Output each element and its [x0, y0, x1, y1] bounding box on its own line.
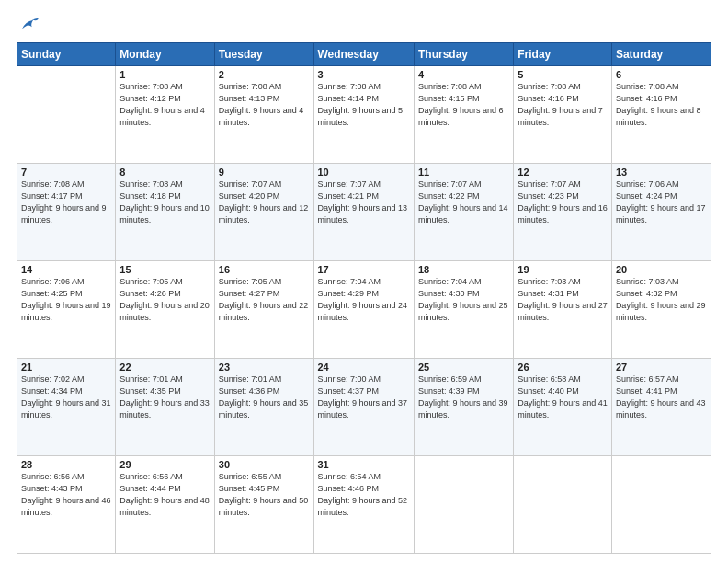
day-number: 26: [518, 362, 608, 373]
day-info: Sunrise: 7:07 AMSunset: 4:21 PMDaylight:…: [318, 178, 410, 226]
day-info: Sunrise: 7:08 AMSunset: 4:15 PMDaylight:…: [418, 81, 509, 129]
day-info: Sunrise: 7:03 AMSunset: 4:31 PMDaylight:…: [518, 276, 608, 324]
calendar-cell: 24Sunrise: 7:00 AMSunset: 4:37 PMDayligh…: [313, 359, 414, 456]
calendar-cell: [514, 456, 612, 554]
day-number: 22: [119, 362, 210, 373]
calendar-week-row: 7Sunrise: 7:08 AMSunset: 4:17 PMDaylight…: [17, 164, 711, 261]
calendar-cell: 4Sunrise: 7:08 AMSunset: 4:15 PMDaylight…: [414, 66, 513, 164]
day-number: 9: [219, 167, 310, 178]
calendar-cell: 1Sunrise: 7:08 AMSunset: 4:12 PMDaylight…: [116, 66, 214, 164]
day-info: Sunrise: 7:03 AMSunset: 4:32 PMDaylight:…: [616, 276, 707, 324]
day-number: 12: [518, 167, 608, 178]
calendar-cell: 15Sunrise: 7:05 AMSunset: 4:26 PMDayligh…: [116, 261, 214, 359]
calendar-cell: [17, 66, 116, 164]
col-header-wednesday: Wednesday: [313, 43, 414, 66]
day-info: Sunrise: 7:05 AMSunset: 4:26 PMDaylight:…: [119, 276, 210, 324]
calendar-cell: 14Sunrise: 7:06 AMSunset: 4:25 PMDayligh…: [17, 261, 116, 359]
calendar-cell: 11Sunrise: 7:07 AMSunset: 4:22 PMDayligh…: [414, 164, 513, 261]
page: SundayMondayTuesdayWednesdayThursdayFrid…: [0, 0, 728, 563]
calendar-cell: 28Sunrise: 6:56 AMSunset: 4:43 PMDayligh…: [17, 456, 116, 554]
day-number: 18: [418, 264, 509, 275]
day-number: 17: [318, 264, 410, 275]
calendar-cell: 20Sunrise: 7:03 AMSunset: 4:32 PMDayligh…: [611, 261, 711, 359]
logo: [17, 15, 39, 35]
day-info: Sunrise: 7:01 AMSunset: 4:36 PMDaylight:…: [219, 373, 310, 421]
calendar-cell: 9Sunrise: 7:07 AMSunset: 4:20 PMDaylight…: [214, 164, 313, 261]
day-number: 27: [616, 362, 707, 373]
calendar-cell: 6Sunrise: 7:08 AMSunset: 4:16 PMDaylight…: [611, 66, 711, 164]
calendar-cell: 23Sunrise: 7:01 AMSunset: 4:36 PMDayligh…: [214, 359, 313, 456]
day-info: Sunrise: 6:57 AMSunset: 4:41 PMDaylight:…: [616, 373, 707, 421]
calendar-cell: 2Sunrise: 7:08 AMSunset: 4:13 PMDaylight…: [214, 66, 313, 164]
day-number: 4: [418, 69, 509, 80]
day-number: 24: [318, 362, 410, 373]
col-header-monday: Monday: [116, 43, 214, 66]
day-number: 13: [616, 167, 707, 178]
day-number: 5: [518, 69, 608, 80]
day-number: 8: [119, 167, 210, 178]
calendar-week-row: 1Sunrise: 7:08 AMSunset: 4:12 PMDaylight…: [17, 66, 711, 164]
calendar-cell: 22Sunrise: 7:01 AMSunset: 4:35 PMDayligh…: [116, 359, 214, 456]
calendar-cell: 30Sunrise: 6:55 AMSunset: 4:45 PMDayligh…: [214, 456, 313, 554]
day-number: 20: [616, 264, 707, 275]
logo-bird-icon: [18, 15, 39, 35]
day-info: Sunrise: 7:07 AMSunset: 4:22 PMDaylight:…: [418, 178, 509, 226]
day-info: Sunrise: 7:06 AMSunset: 4:24 PMDaylight:…: [616, 178, 707, 226]
day-number: 15: [119, 264, 210, 275]
col-header-saturday: Saturday: [611, 43, 711, 66]
day-number: 3: [318, 69, 410, 80]
calendar-header-row: SundayMondayTuesdayWednesdayThursdayFrid…: [17, 43, 711, 66]
calendar-cell: 19Sunrise: 7:03 AMSunset: 4:31 PMDayligh…: [514, 261, 612, 359]
calendar-week-row: 21Sunrise: 7:02 AMSunset: 4:34 PMDayligh…: [17, 359, 711, 456]
day-info: Sunrise: 7:00 AMSunset: 4:37 PMDaylight:…: [318, 373, 410, 421]
day-info: Sunrise: 7:05 AMSunset: 4:27 PMDaylight:…: [219, 276, 310, 324]
day-info: Sunrise: 7:08 AMSunset: 4:12 PMDaylight:…: [119, 81, 210, 129]
day-info: Sunrise: 7:08 AMSunset: 4:14 PMDaylight:…: [318, 81, 410, 129]
day-info: Sunrise: 7:08 AMSunset: 4:16 PMDaylight:…: [518, 81, 608, 129]
calendar-cell: 5Sunrise: 7:08 AMSunset: 4:16 PMDaylight…: [514, 66, 612, 164]
day-number: 14: [21, 264, 111, 275]
header: [17, 15, 711, 35]
day-info: Sunrise: 6:55 AMSunset: 4:45 PMDaylight:…: [219, 471, 310, 519]
calendar-cell: 10Sunrise: 7:07 AMSunset: 4:21 PMDayligh…: [313, 164, 414, 261]
calendar-cell: 25Sunrise: 6:59 AMSunset: 4:39 PMDayligh…: [414, 359, 513, 456]
day-info: Sunrise: 7:08 AMSunset: 4:18 PMDaylight:…: [119, 178, 210, 226]
col-header-tuesday: Tuesday: [214, 43, 313, 66]
day-info: Sunrise: 7:02 AMSunset: 4:34 PMDaylight:…: [21, 373, 111, 421]
calendar-cell: 27Sunrise: 6:57 AMSunset: 4:41 PMDayligh…: [611, 359, 711, 456]
calendar-cell: 13Sunrise: 7:06 AMSunset: 4:24 PMDayligh…: [611, 164, 711, 261]
calendar-cell: 17Sunrise: 7:04 AMSunset: 4:29 PMDayligh…: [313, 261, 414, 359]
calendar-cell: 3Sunrise: 7:08 AMSunset: 4:14 PMDaylight…: [313, 66, 414, 164]
day-info: Sunrise: 7:07 AMSunset: 4:23 PMDaylight:…: [518, 178, 608, 226]
calendar-cell: 29Sunrise: 6:56 AMSunset: 4:44 PMDayligh…: [116, 456, 214, 554]
day-number: 16: [219, 264, 310, 275]
day-number: 31: [318, 459, 410, 470]
calendar-cell: 7Sunrise: 7:08 AMSunset: 4:17 PMDaylight…: [17, 164, 116, 261]
day-info: Sunrise: 6:58 AMSunset: 4:40 PMDaylight:…: [518, 373, 608, 421]
day-info: Sunrise: 7:08 AMSunset: 4:16 PMDaylight:…: [616, 81, 707, 129]
day-info: Sunrise: 7:08 AMSunset: 4:13 PMDaylight:…: [219, 81, 310, 129]
calendar-cell: 12Sunrise: 7:07 AMSunset: 4:23 PMDayligh…: [514, 164, 612, 261]
day-number: 19: [518, 264, 608, 275]
day-number: 7: [21, 167, 111, 178]
day-number: 21: [21, 362, 111, 373]
calendar-cell: 8Sunrise: 7:08 AMSunset: 4:18 PMDaylight…: [116, 164, 214, 261]
day-number: 23: [219, 362, 310, 373]
calendar-cell: 21Sunrise: 7:02 AMSunset: 4:34 PMDayligh…: [17, 359, 116, 456]
day-info: Sunrise: 6:54 AMSunset: 4:46 PMDaylight:…: [318, 471, 410, 519]
calendar-cell: 18Sunrise: 7:04 AMSunset: 4:30 PMDayligh…: [414, 261, 513, 359]
day-number: 2: [219, 69, 310, 80]
calendar-week-row: 14Sunrise: 7:06 AMSunset: 4:25 PMDayligh…: [17, 261, 711, 359]
day-number: 30: [219, 459, 310, 470]
day-info: Sunrise: 7:07 AMSunset: 4:20 PMDaylight:…: [219, 178, 310, 226]
calendar-cell: 26Sunrise: 6:58 AMSunset: 4:40 PMDayligh…: [514, 359, 612, 456]
day-number: 10: [318, 167, 410, 178]
day-number: 1: [119, 69, 210, 80]
calendar-cell: [611, 456, 711, 554]
col-header-sunday: Sunday: [17, 43, 116, 66]
day-info: Sunrise: 7:08 AMSunset: 4:17 PMDaylight:…: [21, 178, 111, 226]
calendar-table: SundayMondayTuesdayWednesdayThursdayFrid…: [17, 42, 711, 554]
day-number: 28: [21, 459, 111, 470]
calendar-cell: 31Sunrise: 6:54 AMSunset: 4:46 PMDayligh…: [313, 456, 414, 554]
day-info: Sunrise: 7:06 AMSunset: 4:25 PMDaylight:…: [21, 276, 111, 324]
